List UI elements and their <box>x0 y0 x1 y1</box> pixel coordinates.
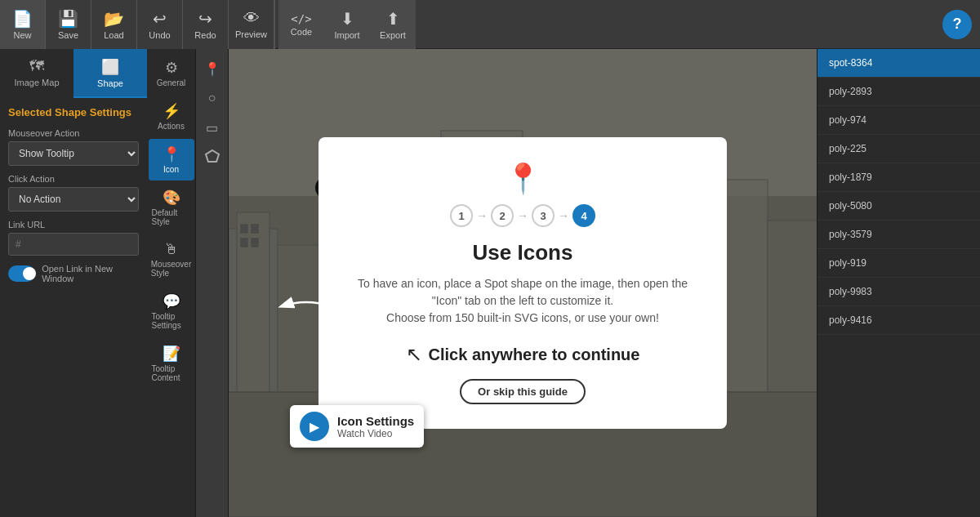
undo-button[interactable]: ↩ Undo <box>137 0 183 49</box>
right-panel-item-poly-9416[interactable]: poly-9416 <box>817 306 980 335</box>
tooltip-content-icon: 📝 <box>163 345 180 363</box>
actions-icon: ⚡ <box>163 102 180 120</box>
redo-icon: ↪ <box>198 9 212 29</box>
right-panel-item-poly-2893[interactable]: poly-2893 <box>817 78 980 106</box>
right-panel-item-poly-3579[interactable]: poly-3579 <box>817 221 980 249</box>
step-1: 1 <box>450 204 473 227</box>
mouseover-action-select[interactable]: Show Tooltip No Action Custom <box>8 141 139 166</box>
shape-icon: ⬜ <box>101 58 119 76</box>
toolbar-group-secondary: </> Code ⬇ Import ⬆ Export <box>278 0 416 49</box>
tab-image-map[interactable]: 🗺 Image Map <box>0 49 74 98</box>
step-2: 2 <box>491 204 514 227</box>
click-action-select[interactable]: No Action Open Link Custom <box>8 187 139 212</box>
open-new-window-toggle[interactable] <box>8 265 35 282</box>
icon-settings-title: Icon Settings <box>337 414 414 428</box>
nav-default-style[interactable]: 🎨 Default Style <box>149 182 194 233</box>
default-style-icon: 🎨 <box>163 189 180 207</box>
import-icon: ⬇ <box>341 9 354 29</box>
step-arrow-2: → <box>517 209 528 222</box>
tab-shape[interactable]: ⬜ Shape <box>74 49 147 98</box>
icon-settings-subtitle: Watch Video <box>337 428 414 439</box>
right-panel-item-poly-225[interactable]: poly-225 <box>817 135 980 163</box>
sidebar-tabs: 🗺 Image Map ⬜ Shape <box>0 49 147 98</box>
canvas-background: 📍 1 → 2 → 3 → 4 Use Icons To have an ico… <box>229 49 817 517</box>
modal-steps: 1 → 2 → 3 → 4 <box>351 204 694 227</box>
mouseover-action-group: Mouseover Action Show Tooltip No Action … <box>8 128 139 166</box>
settings-panel: Selected Shape Settings Mouseover Action… <box>0 98 147 517</box>
modal-title: Use Icons <box>351 240 694 265</box>
right-panel-item-spot-8364[interactable]: spot-8364 <box>817 49 980 78</box>
main-content: 🗺 Image Map ⬜ Shape Selected Shape Setti… <box>0 49 980 517</box>
image-map-icon: 🗺 <box>29 58 44 75</box>
icon-settings-popup: ▶ Icon Settings Watch Video <box>290 405 424 448</box>
modal-box: 📍 1 → 2 → 3 → 4 Use Icons To have an ico… <box>318 137 727 429</box>
shapes-toolbar: 📍 ○ ▭ <box>196 49 229 517</box>
shape-rect-btn[interactable]: ▭ <box>199 114 225 140</box>
toolbar-group-main: 📄 New 💾 Save 📂 Load ↩ Undo ↪ Redo 👁 Prev… <box>0 0 275 49</box>
shape-poly-btn[interactable] <box>199 144 225 170</box>
open-new-window-label: Open Link in New Window <box>42 264 139 283</box>
preview-button[interactable]: 👁 Preview <box>229 0 274 49</box>
icon-nav-icon: 📍 <box>163 145 180 163</box>
step-arrow-3: → <box>558 209 569 222</box>
canvas-area[interactable]: 📍 1 → 2 → 3 → 4 Use Icons To have an ico… <box>229 49 817 517</box>
save-button[interactable]: 💾 Save <box>46 0 91 49</box>
right-panel-item-poly-919[interactable]: poly-919 <box>817 249 980 278</box>
export-icon: ⬆ <box>386 9 400 29</box>
mouseover-style-icon: 🖱 <box>164 241 179 258</box>
play-video-button[interactable]: ▶ <box>300 412 329 441</box>
left-sidebar: 🗺 Image Map ⬜ Shape Selected Shape Setti… <box>0 49 147 517</box>
step-3: 3 <box>532 204 555 227</box>
main-toolbar: 📄 New 💾 Save 📂 Load ↩ Undo ↪ Redo 👁 Prev… <box>0 0 980 49</box>
modal-click-text: Click anywhere to continue <box>429 345 640 364</box>
nav-tooltip-content[interactable]: 📝 Tooltip Content <box>149 338 194 389</box>
open-new-window-row: Open Link in New Window <box>8 264 139 283</box>
right-panel: spot-8364 poly-2893 poly-974 poly-225 po… <box>817 49 980 517</box>
shape-pin-btn[interactable]: 📍 <box>199 56 225 82</box>
step-arrow-1: → <box>476 209 488 222</box>
icon-settings-text: Icon Settings Watch Video <box>337 414 414 439</box>
settings-title: Selected Shape Settings <box>8 106 139 118</box>
code-icon: </> <box>291 12 311 25</box>
right-panel-item-poly-9983[interactable]: poly-9983 <box>817 278 980 306</box>
new-button[interactable]: 📄 New <box>0 0 46 49</box>
code-button[interactable]: </> Code <box>278 0 324 49</box>
modal-description: To have an icon, place a Spot shape on t… <box>351 275 694 327</box>
nav-mouseover-style[interactable]: 🖱 Mouseover Style <box>149 234 194 284</box>
redo-button[interactable]: ↪ Redo <box>183 0 229 49</box>
modal-click-row: ↖ Click anywhere to continue <box>351 343 694 366</box>
mouseover-action-label: Mouseover Action <box>8 128 139 138</box>
nav-general[interactable]: ⚙ General <box>149 52 194 94</box>
link-url-label: Link URL <box>8 220 139 230</box>
new-icon: 📄 <box>12 9 33 29</box>
cursor-icon: ↖ <box>406 343 422 366</box>
tooltip-settings-icon: 💬 <box>163 292 180 310</box>
nav-tooltip-settings[interactable]: 💬 Tooltip Settings <box>149 286 194 336</box>
click-action-label: Click Action <box>8 174 139 184</box>
help-button[interactable]: ? <box>942 10 972 39</box>
undo-icon: ↩ <box>153 9 167 29</box>
load-icon: 📂 <box>104 9 124 29</box>
right-panel-item-poly-5080[interactable]: poly-5080 <box>817 192 980 221</box>
modal-pin-icon: 📍 <box>351 162 694 196</box>
arrow-annotation <box>274 290 339 326</box>
click-action-group: Click Action No Action Open Link Custom <box>8 174 139 212</box>
nav-icon[interactable]: 📍 Icon <box>149 139 194 181</box>
load-button[interactable]: 📂 Load <box>91 0 137 49</box>
nav-actions[interactable]: ⚡ Actions <box>149 96 194 137</box>
right-panel-item-poly-974[interactable]: poly-974 <box>817 106 980 135</box>
save-icon: 💾 <box>58 9 78 29</box>
step-4: 4 <box>572 204 595 227</box>
nav-icons-column: ⚙ General ⚡ Actions 📍 Icon 🎨 Default Sty… <box>147 49 196 517</box>
link-url-group: Link URL <box>8 220 139 256</box>
general-icon: ⚙ <box>165 59 178 77</box>
export-button[interactable]: ⬆ Export <box>370 0 416 49</box>
right-panel-item-poly-1879[interactable]: poly-1879 <box>817 163 980 192</box>
skip-guide-button[interactable]: Or skip this guide <box>460 379 586 404</box>
import-button[interactable]: ⬇ Import <box>324 0 370 49</box>
link-url-input[interactable] <box>8 233 139 256</box>
shape-circle-btn[interactable]: ○ <box>199 85 225 111</box>
svg-marker-0 <box>206 150 219 162</box>
preview-icon: 👁 <box>243 9 260 28</box>
